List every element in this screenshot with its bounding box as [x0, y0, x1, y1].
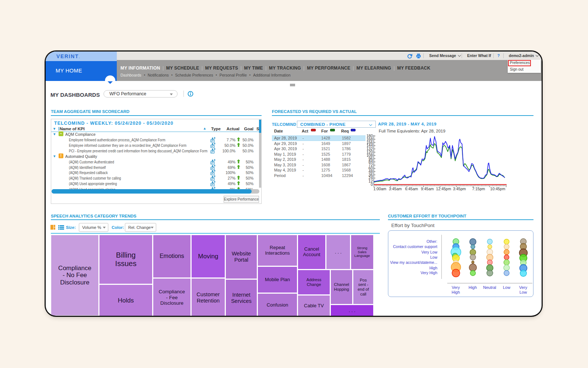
svg-text:Neutral: Neutral: [483, 285, 496, 290]
svg-text:9:45am: 9:45am: [421, 187, 434, 191]
svg-text:Very: Very: [519, 285, 528, 290]
svg-text:3:45am: 3:45am: [389, 187, 402, 191]
svg-text:Low: Low: [519, 290, 527, 294]
svg-text:6:45am: 6:45am: [405, 187, 418, 191]
svg-text:Full Time Equivalents: Apr 28,: Full Time Equivalents: Apr 28, 2019: [379, 129, 445, 133]
svg-text:Low: Low: [503, 285, 510, 290]
svg-text:View my account/stateme...: View my account/stateme...: [390, 260, 437, 265]
svg-text:High: High: [452, 290, 460, 294]
svg-text:High: High: [469, 285, 477, 290]
svg-text:Very High: Very High: [420, 270, 437, 275]
svg-text:12:45pm: 12:45pm: [436, 187, 451, 191]
svg-text:3:45pm: 3:45pm: [453, 187, 466, 191]
svg-text:Low: Low: [430, 255, 438, 259]
svg-text:Very: Very: [452, 285, 460, 290]
svg-text:7:15pm: 7:15pm: [472, 187, 485, 191]
svg-text:1:00am: 1:00am: [373, 187, 386, 191]
svg-text:Other:: Other:: [427, 239, 437, 244]
svg-text:Contact customer support: Contact customer support: [393, 244, 437, 249]
svg-text:180: 180: [367, 134, 373, 138]
svg-text:10:45pm: 10:45pm: [490, 187, 505, 191]
svg-text:High: High: [429, 266, 437, 270]
svg-text:Very Low: Very Low: [421, 250, 438, 254]
